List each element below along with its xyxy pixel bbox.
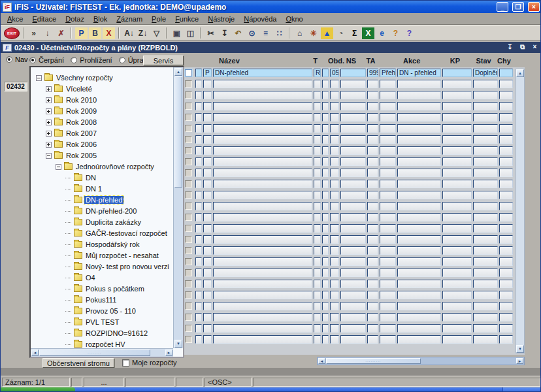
- cell-nazev[interactable]: [213, 80, 312, 88]
- cell-stav[interactable]: [473, 335, 498, 344]
- row-select-checkbox[interactable]: [185, 247, 192, 254]
- cell-stav[interactable]: [473, 280, 498, 288]
- cell-c1[interactable]: [195, 157, 202, 166]
- cell-chy[interactable]: [499, 191, 513, 199]
- cell-p[interactable]: P: [203, 69, 212, 77]
- cell-t[interactable]: [314, 202, 321, 210]
- cell-ta2[interactable]: [380, 324, 396, 333]
- tree-item-label[interactable]: Všechny rozpočty: [55, 74, 114, 82]
- minimize-button[interactable]: _: [497, 2, 508, 12]
- cell-p[interactable]: [203, 302, 212, 310]
- cell-chy[interactable]: [499, 291, 513, 299]
- cell-ns[interactable]: [340, 180, 366, 188]
- tree-item-label[interactable]: Rok 2009: [65, 107, 98, 115]
- cell-obd[interactable]: [330, 80, 339, 88]
- excel-icon[interactable]: X: [362, 27, 374, 39]
- cell-c1[interactable]: [195, 235, 202, 244]
- cell-chy[interactable]: [499, 135, 513, 144]
- grid-scroll-right-button[interactable]: ►: [516, 358, 523, 364]
- cell-nazev[interactable]: [213, 224, 312, 233]
- row-select-checkbox[interactable]: [185, 80, 192, 88]
- mdi-close-button[interactable]: ×: [530, 43, 540, 52]
- cell-c5[interactable]: [322, 180, 329, 188]
- help-icon[interactable]: ?: [403, 27, 416, 39]
- cell-nazev[interactable]: [213, 146, 312, 155]
- cell-c1[interactable]: [195, 146, 202, 155]
- cell-c1[interactable]: [195, 224, 202, 233]
- tree-item-label[interactable]: GAČR-testovací rozpočet: [84, 229, 169, 237]
- cell-ta2[interactable]: [380, 169, 396, 177]
- cell-akce[interactable]: DN - přehled: [397, 69, 441, 77]
- cell-p[interactable]: [203, 102, 212, 110]
- cell-ta[interactable]: [367, 324, 378, 333]
- row-select-checkbox[interactable]: [185, 114, 192, 121]
- cell-ta[interactable]: [367, 157, 378, 166]
- cell-ns[interactable]: [340, 224, 366, 233]
- row-select-checkbox[interactable]: [185, 180, 192, 188]
- tree-item-label[interactable]: Pokus111: [84, 296, 118, 304]
- cell-c1[interactable]: [195, 180, 202, 188]
- tree-item[interactable]: O4: [65, 272, 97, 283]
- tree-item-label[interactable]: O4: [84, 274, 97, 282]
- cell-nazev[interactable]: [213, 324, 312, 333]
- cell-obd[interactable]: [330, 335, 339, 344]
- cell-c1[interactable]: [195, 324, 202, 333]
- cell-c5[interactable]: [322, 169, 329, 177]
- cell-chy[interactable]: [499, 280, 513, 288]
- tree-scroll-up-button[interactable]: ▲: [174, 68, 182, 76]
- tree-item[interactable]: Můj rozpočet - nesahat: [65, 250, 160, 261]
- tree-item-label[interactable]: Provoz 05 - 110: [84, 307, 137, 315]
- cell-akce[interactable]: [397, 224, 441, 233]
- tree-item-label[interactable]: Jednoúrovňové rozpočty: [74, 163, 156, 171]
- tree-item-label[interactable]: Rok 2010: [65, 96, 98, 104]
- cell-obd[interactable]: [330, 302, 339, 310]
- cell-akce[interactable]: [397, 135, 441, 144]
- menu-item-6[interactable]: Pole: [147, 14, 171, 24]
- cell-c5[interactable]: [322, 257, 329, 266]
- tree-item-label[interactable]: Víceleté: [65, 85, 93, 93]
- cell-kp[interactable]: [442, 335, 472, 344]
- cell-kp[interactable]: [442, 324, 472, 333]
- cell-obd[interactable]: [330, 191, 339, 199]
- cell-akce[interactable]: [397, 291, 441, 299]
- menu-item-3[interactable]: Dotaz: [61, 14, 89, 24]
- cell-ns[interactable]: [340, 113, 366, 122]
- menu-item-2[interactable]: Editace: [27, 14, 61, 24]
- cell-t[interactable]: [314, 169, 321, 177]
- cell-p[interactable]: [203, 169, 212, 177]
- cell-stav[interactable]: Doplněn: [473, 69, 498, 77]
- cell-ns[interactable]: [340, 91, 366, 99]
- execute-icon[interactable]: »: [27, 27, 40, 39]
- cell-ta[interactable]: [367, 113, 378, 122]
- cell-ta2[interactable]: [380, 102, 396, 110]
- nav-radio[interactable]: [6, 56, 12, 63]
- close-button[interactable]: ×: [528, 2, 540, 12]
- cell-ta2[interactable]: Přehle: [380, 69, 396, 77]
- folder-b-icon[interactable]: B: [89, 27, 101, 39]
- cell-c5[interactable]: [322, 224, 329, 233]
- cell-akce[interactable]: [397, 146, 441, 155]
- cell-c1[interactable]: [195, 69, 202, 77]
- cell-c5[interactable]: [322, 146, 329, 155]
- cell-kp[interactable]: [442, 169, 472, 177]
- cell-ta2[interactable]: [380, 135, 396, 144]
- menu-item-7[interactable]: Funkce: [171, 14, 203, 24]
- cell-t[interactable]: [314, 213, 321, 221]
- cell-chy[interactable]: [499, 235, 513, 244]
- cell-p[interactable]: [203, 257, 212, 266]
- cell-ta2[interactable]: [380, 180, 396, 188]
- cell-c5[interactable]: [322, 269, 329, 277]
- cell-ns[interactable]: [340, 157, 366, 166]
- cell-t[interactable]: [314, 224, 321, 233]
- cell-ta[interactable]: [367, 180, 378, 188]
- cell-c5[interactable]: [322, 135, 329, 144]
- grid-scroll-left-button[interactable]: ◄: [318, 358, 325, 364]
- cell-ta2[interactable]: [380, 235, 396, 244]
- cell-chy[interactable]: [499, 202, 513, 210]
- cell-t[interactable]: [314, 91, 321, 99]
- cell-p[interactable]: [203, 235, 212, 244]
- tree-item-label[interactable]: DN-přehled: [84, 196, 123, 204]
- row-select-checkbox[interactable]: [185, 336, 192, 343]
- cell-t[interactable]: [314, 246, 321, 255]
- cell-chy[interactable]: [499, 113, 513, 122]
